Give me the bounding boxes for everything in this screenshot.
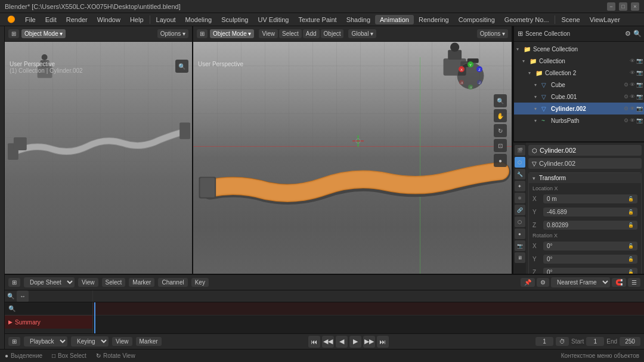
- timeline-tracks-area[interactable]: [93, 302, 644, 333]
- collection-visibility-icon[interactable]: 👁: [630, 58, 635, 64]
- keying-select[interactable]: Keying: [71, 336, 109, 346]
- props-constraints-icon[interactable]: 🔗: [515, 205, 525, 215]
- start-frame-input[interactable]: [586, 337, 604, 346]
- props-render-icon[interactable]: 📷: [515, 240, 525, 251]
- nurbs-visibility-icon[interactable]: 👁: [630, 117, 635, 123]
- rotation-y-value[interactable]: 0° 🔓: [543, 255, 637, 264]
- uv-editing-workspace[interactable]: UV Editing: [253, 15, 293, 24]
- animation-workspace[interactable]: Animation: [375, 15, 414, 24]
- timeline-pin-btn[interactable]: ↔: [17, 290, 29, 302]
- vp-left-editor-type[interactable]: ⊞: [8, 29, 19, 38]
- step-back-button[interactable]: ◀: [336, 336, 348, 348]
- dopesheet-pin-icon[interactable]: 📌: [521, 278, 535, 287]
- vp-right-orbit-icon[interactable]: ↻: [494, 124, 507, 137]
- jump-prev-keyframe-button[interactable]: ◀◀: [322, 336, 334, 348]
- location-y-value[interactable]: -46.689 🔓: [543, 208, 637, 216]
- vp-right-view-menu[interactable]: View: [259, 29, 278, 38]
- play-button[interactable]: ▶: [349, 336, 361, 348]
- sculpting-workspace[interactable]: Sculpting: [216, 15, 253, 24]
- shading-workspace[interactable]: Shading: [342, 15, 375, 24]
- file-menu[interactable]: File: [20, 15, 41, 24]
- outliner-item-cube001[interactable]: ▾ ▽ Cube.001 ⚙ 👁 📷: [514, 91, 644, 103]
- outliner-filter-icon[interactable]: ⚙: [625, 30, 631, 38]
- cube-filter-icon[interactable]: ⚙: [624, 82, 628, 88]
- marker-menu-tl[interactable]: Marker: [136, 337, 162, 346]
- props-physics-icon[interactable]: ⚛: [515, 193, 525, 203]
- outliner-item-cylinder002[interactable]: ▾ ▽ Cylinder.002 ⚙ 👁 📷: [514, 103, 644, 115]
- cyl002-filter-icon[interactable]: ⚙: [624, 106, 628, 112]
- vp-right-add-menu[interactable]: Add: [303, 29, 320, 38]
- blender-menu[interactable]: 🟠: [2, 14, 20, 24]
- dopesheet-channel-menu[interactable]: Channel: [158, 278, 187, 287]
- compositing-workspace[interactable]: Compositing: [454, 15, 500, 24]
- rotation-z-lock[interactable]: 🔓: [628, 270, 634, 274]
- collection2-visibility-icon[interactable]: 👁: [630, 70, 635, 76]
- outliner-item-collection[interactable]: ▾ 📁 Collection 👁 📷: [514, 55, 644, 67]
- outliner-item-nurbspath[interactable]: ▾ ~ NurbsPath ⚙ 👁 📷: [514, 115, 644, 126]
- rotation-x-lock[interactable]: 🔓: [628, 243, 634, 249]
- props-particles-icon[interactable]: ✦: [515, 181, 525, 191]
- outliner-search-icon[interactable]: 🔍: [633, 30, 642, 38]
- texture-paint-workspace[interactable]: Texture Paint: [293, 15, 341, 24]
- viewport-right-canvas[interactable]: User Perspective X: [193, 42, 512, 274]
- nurbs-render-icon[interactable]: 📷: [636, 117, 643, 123]
- vp-right-transform-mode[interactable]: Global ▾: [348, 29, 376, 38]
- dopesheet-key-menu[interactable]: Key: [191, 278, 209, 287]
- jump-end-button[interactable]: ⏭: [377, 336, 389, 348]
- dopesheet-options-icon[interactable]: ☰: [628, 278, 640, 287]
- vp-right-object-menu[interactable]: Object: [321, 29, 344, 38]
- viewport-nav-gizmo[interactable]: X Y Z -X: [456, 61, 485, 91]
- view-menu-tl[interactable]: View: [112, 337, 132, 346]
- end-frame-input[interactable]: [620, 337, 640, 346]
- viewport-left[interactable]: ⊞ Object Mode ▾ Options ▾ User P: [5, 26, 193, 274]
- cube001-visibility-icon[interactable]: 👁: [630, 94, 635, 100]
- playback-mode-select[interactable]: Playback: [24, 336, 67, 346]
- props-object-icon[interactable]: ⬡: [515, 157, 525, 168]
- cyl002-render-icon[interactable]: 📷: [636, 106, 643, 112]
- vp-right-shading-icon[interactable]: ●: [494, 154, 507, 167]
- location-y-lock[interactable]: 🔓: [628, 209, 634, 215]
- close-button[interactable]: ×: [631, 2, 639, 11]
- vp-left-options[interactable]: Options ▾: [157, 29, 188, 38]
- collection2-render-icon[interactable]: 📷: [636, 70, 643, 76]
- rotation-x-value[interactable]: 0° 🔓: [543, 242, 637, 250]
- current-frame-input[interactable]: [535, 337, 553, 346]
- props-modifier-icon[interactable]: 🔧: [515, 169, 525, 180]
- help-menu[interactable]: Help: [125, 15, 148, 24]
- vp-right-editor-type[interactable]: ⊞: [197, 29, 208, 38]
- render-menu[interactable]: Render: [61, 15, 92, 24]
- modeling-workspace[interactable]: Modeling: [181, 15, 217, 24]
- location-z-lock[interactable]: 🔓: [628, 222, 634, 228]
- nurbs-filter-icon[interactable]: ⚙: [624, 117, 628, 123]
- location-x-lock[interactable]: 🔓: [628, 196, 634, 202]
- minimize-button[interactable]: −: [607, 2, 615, 11]
- location-z-value[interactable]: 0.80289 🔓: [543, 221, 637, 230]
- vp-right-zoom-icon[interactable]: 🔍: [494, 94, 507, 107]
- step-forward-button[interactable]: ▶▶: [363, 336, 375, 348]
- jump-start-button[interactable]: ⏮: [308, 336, 320, 348]
- dopesheet-view-menu[interactable]: View: [78, 278, 98, 287]
- rendering-workspace[interactable]: Rendering: [414, 15, 454, 24]
- props-material-icon[interactable]: ●: [515, 228, 525, 239]
- dopesheet-marker-menu[interactable]: Marker: [129, 278, 154, 287]
- viewport-left-canvas[interactable]: User Perspective (1) Collection | Cylind…: [5, 42, 192, 274]
- dopesheet-snap-icon[interactable]: 🧲: [612, 278, 626, 287]
- props-object-name[interactable]: ⬡ Cylinder.002: [528, 145, 642, 156]
- window-menu[interactable]: Window: [92, 15, 125, 24]
- rotation-y-lock[interactable]: 🔓: [628, 256, 634, 262]
- location-x-value[interactable]: 0 m 🔓: [543, 194, 637, 203]
- playback-editor-type[interactable]: ⊞: [8, 337, 20, 346]
- geometry-nodes-workspace[interactable]: Geometry No...: [500, 15, 554, 24]
- cube001-filter-icon[interactable]: ⚙: [624, 94, 628, 100]
- cube-render-icon[interactable]: 📷: [636, 82, 643, 88]
- scene-selector[interactable]: Scene: [556, 15, 584, 24]
- dopesheet-editor-type[interactable]: ⊞: [8, 278, 20, 287]
- vp-right-perspective-icon[interactable]: ⊡: [494, 139, 507, 152]
- props-data-icon[interactable]: ⬡: [515, 216, 525, 227]
- viewlayer-selector[interactable]: ViewLayer: [585, 15, 625, 24]
- vp-right-pan-icon[interactable]: ✋: [494, 109, 507, 122]
- edit-menu[interactable]: Edit: [41, 15, 61, 24]
- props-output-icon[interactable]: 🖥: [515, 252, 525, 263]
- transform-header[interactable]: ▾ Transform: [529, 173, 641, 183]
- outliner-editor-type[interactable]: ⊞: [518, 30, 523, 38]
